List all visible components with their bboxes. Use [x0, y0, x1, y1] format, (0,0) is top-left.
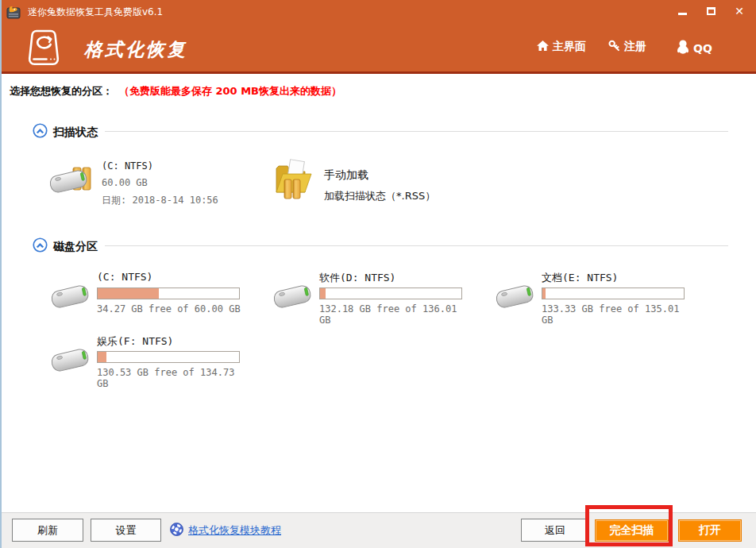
- saved-scan-size: 60.00 GB: [102, 177, 218, 188]
- lifebuoy-icon: [170, 523, 183, 538]
- scan-status-title: 扫描状态: [53, 125, 98, 140]
- hdd-icon: [49, 280, 91, 315]
- footer-bar: 刷新 设置 格式化恢复模块教程 返回 完全扫描 打开: [2, 512, 756, 548]
- partition-name: 文档(E: NTFS): [542, 271, 692, 285]
- nav-qq-label: QQ: [693, 42, 712, 55]
- partitions-section-header[interactable]: 磁盘分区: [33, 237, 98, 256]
- full-scan-button[interactable]: 完全扫描: [595, 519, 669, 542]
- partition-free-space: 132.18 GB free of 136.01 GB: [319, 303, 470, 326]
- saved-scan-item[interactable]: (C: NTFS) 60.00 GB 日期: 2018-8-14 10:56: [49, 156, 218, 207]
- hdd-with-files-icon: [49, 156, 94, 207]
- prompt-text: 选择您想恢复的分区：: [10, 85, 113, 97]
- usage-fill: [542, 288, 546, 299]
- nav-qq[interactable]: QQ: [677, 40, 712, 56]
- partition-f[interactable]: 娱乐(F: NTFS) 130.53 GB free of 134.73 GB: [49, 334, 248, 389]
- app-window: 迷你兔数据恢复工具免费版v6.1 ✕ 格式化恢复 主界面: [0, 0, 756, 548]
- usage-fill: [320, 288, 326, 299]
- usage-bar: [97, 351, 240, 363]
- partition-free-space: 133.33 GB free of 135.01 GB: [542, 303, 692, 326]
- nav-main-label: 主界面: [553, 40, 586, 54]
- partition-name: 娱乐(F: NTFS): [97, 334, 248, 349]
- key-icon: [608, 40, 620, 54]
- hdd-icon: [49, 344, 91, 379]
- back-button[interactable]: 返回: [521, 519, 589, 542]
- partition-free-space: 130.53 GB free of 134.73 GB: [97, 367, 248, 389]
- partition-c[interactable]: (C: NTFS) 34.27 GB free of 60.00 GB: [49, 271, 248, 315]
- manual-load-subtitle: 加载扫描状态（*.RSS）: [324, 189, 435, 203]
- maximize-icon: [707, 7, 716, 15]
- usage-bar: [542, 288, 685, 299]
- nav-register-label: 注册: [624, 40, 646, 54]
- nav-register[interactable]: 注册: [608, 40, 646, 54]
- usage-fill: [98, 352, 106, 362]
- home-icon: [537, 41, 549, 54]
- partition-name: (C: NTFS): [97, 271, 248, 285]
- refresh-button[interactable]: 刷新: [12, 519, 83, 542]
- partition-d[interactable]: 软件(D: NTFS) 132.18 GB free of 136.01 GB: [272, 271, 470, 326]
- tutorial-link[interactable]: 格式化恢复模块教程: [170, 523, 281, 538]
- open-folder-icon: [273, 156, 316, 203]
- partition-free-space: 34.27 GB free of 60.00 GB: [97, 303, 248, 315]
- title-bar: 迷你兔数据恢复工具免费版v6.1 ✕: [2, 0, 756, 24]
- saved-scan-date: 日期: 2018-8-14 10:56: [102, 194, 218, 207]
- page-title: 格式化恢复: [84, 37, 187, 62]
- scan-status-section-header[interactable]: 扫描状态: [33, 123, 98, 141]
- nav-main-interface[interactable]: 主界面: [537, 40, 586, 54]
- app-logo-icon: [6, 4, 21, 20]
- partitions-title: 磁盘分区: [53, 240, 98, 254]
- collapse-arrow-icon[interactable]: [33, 237, 48, 256]
- collapse-arrow-icon[interactable]: [33, 123, 48, 141]
- header: 格式化恢复 主界面 注册: [2, 24, 756, 74]
- open-button[interactable]: 打开: [678, 519, 742, 542]
- minimize-icon: [678, 13, 687, 15]
- window-title: 迷你兔数据恢复工具免费版v6.1: [28, 6, 163, 19]
- usage-bar: [319, 288, 462, 299]
- partition-name: 软件(D: NTFS): [319, 271, 470, 285]
- usage-bar: [97, 288, 240, 299]
- manual-load-title: 手动加载: [324, 160, 435, 183]
- section-divider: [105, 245, 728, 246]
- format-recovery-drive-icon: [21, 29, 67, 73]
- settings-button[interactable]: 设置: [91, 519, 161, 542]
- hdd-icon: [272, 280, 313, 315]
- close-button[interactable]: ✕: [729, 3, 750, 19]
- close-icon: ✕: [735, 6, 744, 17]
- free-limit-note: （免费版能最多保存 200 MB恢复出来的数据）: [119, 85, 341, 97]
- section-divider: [105, 131, 728, 132]
- prompt-line: 选择您想恢复的分区：（免费版能最多保存 200 MB恢复出来的数据）: [10, 84, 341, 98]
- hdd-icon: [494, 280, 535, 315]
- partition-e[interactable]: 文档(E: NTFS) 133.33 GB free of 135.01 GB: [494, 271, 692, 326]
- minimize-button[interactable]: [672, 3, 692, 19]
- saved-scan-name: (C: NTFS): [102, 160, 218, 172]
- usage-fill: [98, 288, 159, 299]
- tutorial-link-label: 格式化恢复模块教程: [188, 523, 281, 538]
- manual-load-item[interactable]: 手动加载 加载扫描状态（*.RSS）: [273, 156, 435, 203]
- maximize-button[interactable]: [700, 3, 721, 19]
- qq-penguin-icon: [677, 40, 689, 56]
